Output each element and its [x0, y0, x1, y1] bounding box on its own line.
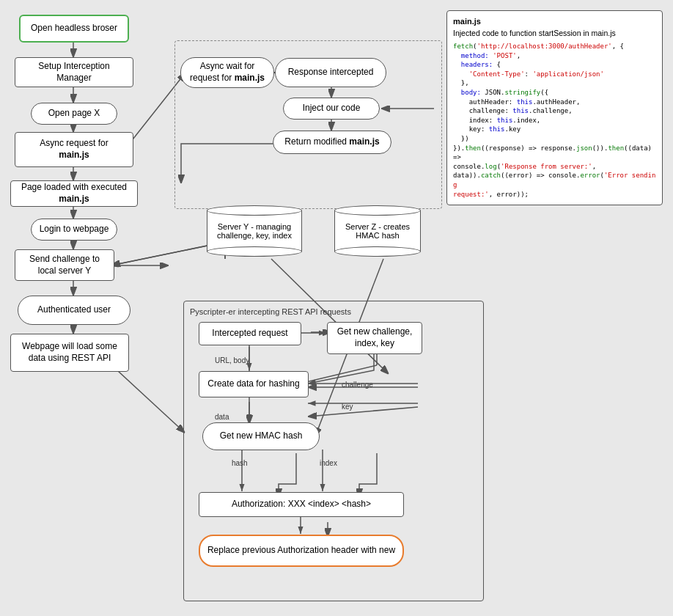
- setup-interception-box: Setup Interception Manager: [15, 57, 133, 87]
- get-new-challenge-box: Get new challenge, index, key: [327, 322, 422, 354]
- async-wait-box: Async wait for request for main.js: [180, 57, 274, 88]
- inject-code-box: Inject our code: [283, 98, 380, 120]
- authorization-box: Authorization: XXX <index> <hash>: [199, 492, 404, 517]
- svg-line-18: [109, 362, 185, 433]
- open-page-box: Open page X: [31, 103, 117, 125]
- index-label: index: [320, 459, 337, 467]
- hash-label: hash: [232, 459, 248, 467]
- response-intercepted-box: Response intercepted: [275, 58, 386, 87]
- server-y-cylinder: Server Y - managing challenge, key, inde…: [207, 205, 302, 257]
- webpage-rest-box: Webpage will load some data using REST A…: [10, 334, 129, 372]
- code-panel: main.js Injected code to function startS…: [446, 10, 663, 205]
- rest-area-label: Pyscripter-er intercepting REST API requ…: [190, 307, 351, 316]
- url-body-label: URL, body: [215, 356, 249, 364]
- async-request-box: Async request for main.js: [15, 132, 133, 167]
- authenticated-box: Authenticated user: [18, 296, 130, 325]
- return-modified-box: Return modified main.js: [273, 131, 391, 154]
- page-loaded-box: Page loaded with executed main.js: [10, 180, 138, 207]
- challenge-label: challenge: [342, 381, 373, 389]
- server-z-cylinder: Server Z - creates HMAC hash: [334, 205, 421, 257]
- replace-header-box: Replace previous Authorization header wi…: [199, 535, 404, 567]
- create-data-box: Create data for hashing: [199, 371, 309, 397]
- key-label: key: [342, 403, 353, 411]
- rest-api-area: Pyscripter-er intercepting REST API requ…: [183, 301, 484, 601]
- send-challenge-box: Send challenge to local server Y: [15, 249, 114, 281]
- code-content: fetch('http://localhost:3000/authHeader'…: [453, 42, 656, 199]
- intercepted-request-box: Intercepted request: [199, 322, 301, 345]
- data-label: data: [215, 413, 229, 421]
- get-hmac-box: Get new HMAC hash: [202, 422, 320, 450]
- diagram-container: Open headless broser Setup Interception …: [0, 0, 673, 616]
- open-headless-box: Open headless broser: [19, 15, 129, 43]
- login-box: Login to webpage: [31, 219, 117, 241]
